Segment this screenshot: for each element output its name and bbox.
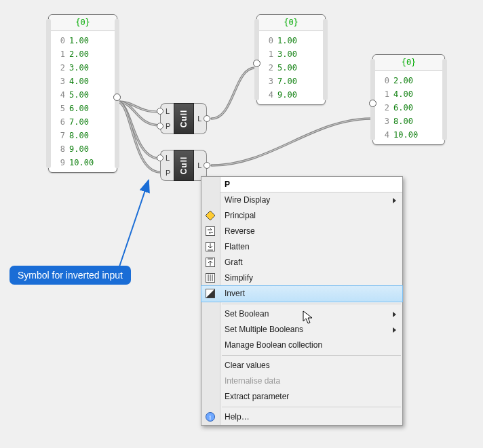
row-index: 1 xyxy=(257,47,277,61)
component-core[interactable]: Cull xyxy=(174,150,194,181)
menu-item-label: Wire Display xyxy=(225,195,270,205)
row-index: 4 xyxy=(49,88,69,102)
row-value: 2.00 xyxy=(393,74,413,87)
input-port-p[interactable]: P xyxy=(166,169,170,177)
menu-flatten[interactable]: Flatten xyxy=(201,239,402,255)
list-item: 34.00 xyxy=(49,75,117,88)
row-value: 3.00 xyxy=(277,47,297,61)
row-value: 9.00 xyxy=(69,142,89,156)
list-item: 910.00 xyxy=(49,156,117,169)
row-index: 9 xyxy=(49,156,69,169)
svg-text:i: i xyxy=(210,413,212,421)
row-value: 1.00 xyxy=(69,34,89,47)
menu-invert[interactable]: Invert xyxy=(201,286,402,302)
graft-icon xyxy=(205,257,216,268)
menu-item-label: Invert xyxy=(225,289,245,298)
list-item: 02.00 xyxy=(373,74,444,87)
menu-item-label: Simplify xyxy=(225,273,253,283)
list-item: 45.00 xyxy=(49,88,117,102)
row-value: 6.00 xyxy=(69,102,89,115)
output-port-l[interactable]: L xyxy=(197,115,201,123)
branch-label: {0} xyxy=(257,15,325,31)
menu-graft[interactable]: Graft xyxy=(201,255,402,270)
component-inputs: L P xyxy=(160,103,174,134)
flatten-icon xyxy=(205,241,216,252)
cull-component-a[interactable]: L P Cull L xyxy=(160,103,207,134)
output-port-l[interactable]: L xyxy=(197,161,201,169)
row-index: 3 xyxy=(49,75,69,88)
menu-reverse[interactable]: Reverse xyxy=(201,224,402,239)
list-item: 25.00 xyxy=(257,61,325,75)
row-value: 4.00 xyxy=(393,87,413,101)
list-item: 12.00 xyxy=(49,47,117,61)
list-item: 67.00 xyxy=(49,115,117,129)
menu-simplify[interactable]: Simplify xyxy=(201,270,402,286)
list-item: 01.00 xyxy=(257,34,325,47)
list-item: 78.00 xyxy=(49,129,117,142)
menu-item-label: Clear values xyxy=(225,361,270,370)
list-item: 13.00 xyxy=(257,47,325,61)
list-item: 01.00 xyxy=(49,34,117,47)
menu-extract-parameter[interactable]: Extract parameter xyxy=(201,389,402,405)
list-item: 410.00 xyxy=(373,128,444,142)
menu-item-label: Help… xyxy=(225,412,250,422)
list-item: 26.00 xyxy=(373,101,444,115)
list-item: 37.00 xyxy=(257,75,325,88)
menu-item-label: Reverse xyxy=(225,226,255,236)
row-value: 10.00 xyxy=(393,128,418,142)
svg-marker-0 xyxy=(206,211,215,220)
row-index: 0 xyxy=(257,34,277,47)
svg-rect-1 xyxy=(206,227,215,236)
canvas[interactable]: {0} 01.0012.0023.0034.0045.0056.0067.007… xyxy=(0,0,483,448)
row-index: 0 xyxy=(49,34,69,47)
row-value: 8.00 xyxy=(69,129,89,142)
row-index: 7 xyxy=(49,129,69,142)
simplify-icon xyxy=(205,272,216,283)
list-item: 49.00 xyxy=(257,88,325,102)
row-value: 7.00 xyxy=(277,75,297,88)
list-item: 56.00 xyxy=(49,102,117,115)
context-menu: P Wire DisplayPrincipalReverseFlattenGra… xyxy=(201,176,403,426)
row-index: 0 xyxy=(373,74,393,87)
invert-icon xyxy=(205,288,216,299)
branch-label: {0} xyxy=(49,15,117,31)
data-panel-source[interactable]: {0} 01.0012.0023.0034.0045.0056.0067.007… xyxy=(48,14,117,173)
menu-manage-boolean-collection[interactable]: Manage Boolean collection xyxy=(201,338,402,353)
row-value: 6.00 xyxy=(393,101,413,115)
component-inputs: L P xyxy=(160,150,174,181)
menu-clear-values[interactable]: Clear values xyxy=(201,358,402,373)
row-value: 7.00 xyxy=(69,115,89,129)
input-port-l[interactable]: L xyxy=(166,107,170,115)
row-value: 4.00 xyxy=(69,75,89,88)
menu-item-label: Graft xyxy=(225,258,243,267)
row-value: 3.00 xyxy=(69,61,89,75)
row-index: 5 xyxy=(49,102,69,115)
menu-help[interactable]: iHelp… xyxy=(201,409,402,425)
input-port-l[interactable]: L xyxy=(166,154,170,162)
branch-label: {0} xyxy=(373,55,444,71)
menu-set-multiple-booleans[interactable]: Set Multiple Booleans xyxy=(201,322,402,338)
data-panel-result-a[interactable]: {0} 01.0013.0025.0037.0049.00 xyxy=(256,14,326,105)
data-panel-result-b[interactable]: {0} 02.0014.0026.0038.00410.00 xyxy=(372,54,445,145)
input-port-p[interactable]: P xyxy=(166,122,170,130)
menu-set-boolean[interactable]: Set Boolean xyxy=(201,306,402,322)
principal-icon xyxy=(205,210,216,221)
component-core[interactable]: Cull xyxy=(174,103,194,134)
reverse-icon xyxy=(205,226,216,237)
menu-separator xyxy=(222,355,401,356)
help-icon: i xyxy=(205,411,216,422)
menu-item-label: Principal xyxy=(225,211,256,220)
row-index: 1 xyxy=(49,47,69,61)
row-value: 10.00 xyxy=(69,156,94,169)
list-item: 23.00 xyxy=(49,61,117,75)
list-item: 14.00 xyxy=(373,87,444,101)
row-value: 8.00 xyxy=(393,115,413,128)
menu-item-label: Set Multiple Booleans xyxy=(225,325,303,334)
menu-wire-display[interactable]: Wire Display xyxy=(201,192,402,208)
row-value: 5.00 xyxy=(69,88,89,102)
row-index: 2 xyxy=(49,61,69,75)
menu-principal[interactable]: Principal xyxy=(201,208,402,224)
row-value: 5.00 xyxy=(277,61,297,75)
list-item: 38.00 xyxy=(373,115,444,128)
annotation-callout: Symbol for inverted input xyxy=(9,266,131,285)
